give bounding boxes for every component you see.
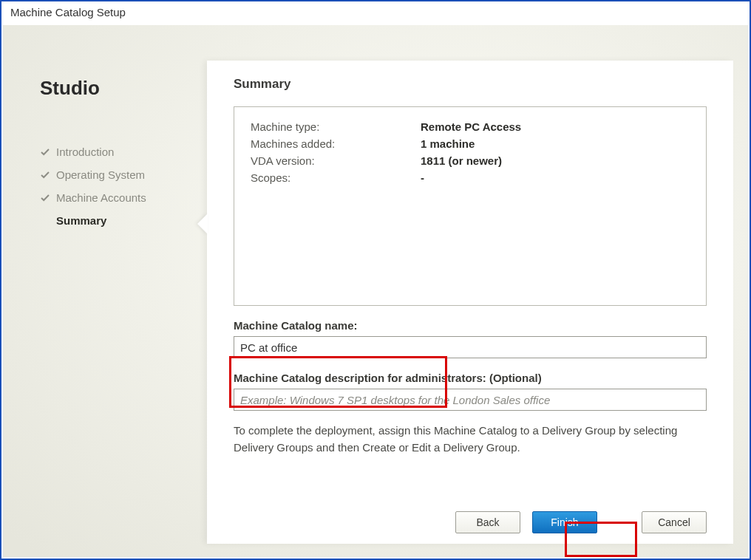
step-summary[interactable]: Summary — [40, 209, 188, 232]
brand-label: Studio — [40, 77, 188, 100]
step-introduction[interactable]: Introduction — [40, 140, 188, 163]
summary-key: Scopes: — [251, 171, 421, 184]
catalog-name-label: Machine Catalog name: — [234, 319, 707, 332]
summary-key: Machines added: — [251, 137, 421, 150]
client-area: Studio Introduction Operating System Mac… — [3, 25, 748, 557]
summary-row: Scopes: - — [251, 171, 690, 184]
wizard-window: Machine Catalog Setup Studio Introductio… — [0, 0, 751, 560]
step-pointer-icon — [197, 214, 208, 234]
summary-row: VDA version: 1811 (or newer) — [251, 154, 690, 167]
check-icon — [40, 193, 50, 203]
catalog-desc-label: Machine Catalog description for administ… — [234, 372, 707, 384]
finish-button[interactable]: Finish — [532, 511, 597, 533]
window-title: Machine Catalog Setup — [1, 1, 750, 25]
wizard-buttons: Back Finish Cancel — [455, 511, 707, 533]
summary-key: VDA version: — [251, 154, 421, 167]
summary-box: Machine type: Remote PC Access Machines … — [234, 106, 707, 306]
summary-value: 1811 (or newer) — [421, 154, 502, 167]
help-text: To complete the deployment, assign this … — [234, 423, 707, 456]
catalog-desc-input[interactable] — [234, 389, 707, 411]
check-icon — [40, 147, 50, 157]
check-icon — [40, 170, 50, 180]
step-operating-system[interactable]: Operating System — [40, 163, 188, 186]
catalog-name-block: Machine Catalog name: — [234, 319, 707, 358]
step-label: Introduction — [56, 146, 114, 158]
summary-key: Machine type: — [251, 120, 421, 133]
check-icon — [40, 216, 50, 226]
summary-row: Machine type: Remote PC Access — [251, 120, 690, 133]
back-button[interactable]: Back — [455, 511, 520, 533]
step-label: Summary — [56, 214, 106, 227]
step-machine-accounts[interactable]: Machine Accounts — [40, 186, 188, 209]
summary-value: - — [421, 171, 424, 184]
cancel-button[interactable]: Cancel — [642, 511, 707, 533]
summary-value: 1 machine — [421, 137, 475, 150]
summary-value: Remote PC Access — [421, 120, 521, 133]
summary-row: Machines added: 1 machine — [251, 137, 690, 150]
step-label: Machine Accounts — [56, 191, 146, 204]
wizard-sidebar: Studio Introduction Operating System Mac… — [3, 25, 203, 557]
panel-heading: Summary — [234, 77, 707, 92]
catalog-desc-block: Machine Catalog description for administ… — [234, 372, 707, 411]
catalog-name-input[interactable] — [234, 336, 707, 358]
wizard-steps: Introduction Operating System Machine Ac… — [40, 140, 188, 232]
main-panel: Summary Machine type: Remote PC Access M… — [207, 61, 733, 544]
step-label: Operating System — [56, 168, 145, 181]
